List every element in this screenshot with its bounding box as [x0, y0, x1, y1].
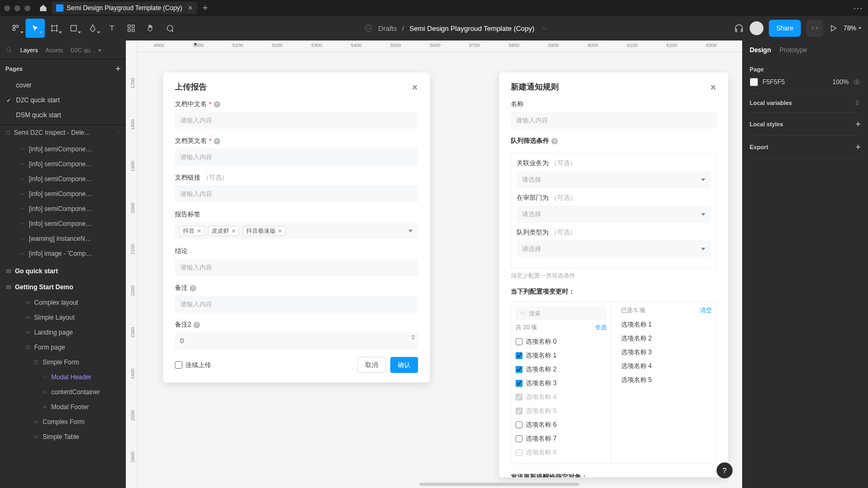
hand-tool[interactable]	[141, 19, 160, 38]
horizontal-scrollbar[interactable]	[419, 483, 579, 486]
filter-select[interactable]: 请选择	[517, 171, 711, 188]
link-input[interactable]: 请输入内容	[175, 185, 418, 202]
layer-row[interactable]: Simple Form	[0, 355, 126, 370]
clear-link[interactable]: 清空	[700, 306, 712, 314]
layer-row[interactable]: Simple Layout	[0, 310, 126, 325]
present-icon[interactable]	[829, 23, 838, 33]
layer-row[interactable]: Complex layout	[0, 295, 126, 310]
tag[interactable]: 抖音 ✕	[179, 226, 205, 236]
page-dropdown[interactable]: D2C qu…	[70, 47, 101, 53]
layer-row[interactable]: [info] image - 'Comp…	[0, 246, 126, 261]
assets-tab[interactable]: Assets	[45, 47, 63, 53]
canvas[interactable]: 1700180019002000210022002300240025002600…	[126, 40, 742, 488]
home-icon[interactable]	[37, 2, 50, 14]
tag[interactable]: 抖音极速版 ✕	[243, 226, 286, 236]
figma-menu[interactable]	[6, 19, 26, 38]
transfer-selected-item[interactable]: 选项名称 2	[621, 331, 712, 345]
pen-tool[interactable]	[83, 19, 102, 38]
layer-row[interactable]: Form page	[0, 340, 126, 355]
en-name-input[interactable]: 请输入内容	[175, 149, 418, 166]
overflow-menu-icon[interactable]: ⋯	[853, 2, 864, 14]
transfer-search[interactable]: 搜索	[516, 306, 607, 320]
help-icon[interactable]: ?	[190, 285, 196, 291]
transfer-item[interactable]: 选项名称 3	[516, 376, 607, 390]
page-item[interactable]: D2C qucik start	[0, 93, 126, 108]
layer-row[interactable]: contentContainer	[0, 385, 126, 400]
inspect-frame[interactable]: Semi D2C Inspect - Dele…	[14, 129, 91, 136]
share-button[interactable]: Share	[769, 20, 801, 37]
cn-name-input[interactable]: 请输入内容	[175, 112, 418, 129]
remove-tag-icon[interactable]: ✕	[231, 228, 236, 234]
page-fill-swatch[interactable]	[750, 78, 758, 86]
layer-row[interactable]: [info] semiCompone…	[0, 186, 126, 201]
move-tool[interactable]	[26, 19, 45, 38]
continuous-checkbox[interactable]: 连续上传	[175, 361, 211, 370]
go-quick-section[interactable]: Go quick start	[0, 263, 126, 279]
remark-input[interactable]: 请输入内容	[175, 296, 418, 313]
close-icon[interactable]: ✕	[710, 83, 717, 92]
close-icon[interactable]: ✕	[188, 4, 193, 12]
layer-row[interactable]: [info] semiCompone…	[0, 142, 126, 157]
layer-row[interactable]: [info] semiCompone…	[0, 172, 126, 186]
layer-row[interactable]: Simple Table	[0, 429, 126, 444]
add-style-button[interactable]: +	[856, 119, 861, 129]
avatar[interactable]	[750, 21, 763, 35]
transfer-selected-item[interactable]: 选项名称 1	[621, 318, 712, 331]
help-fab[interactable]: ?	[717, 462, 733, 478]
new-tab-button[interactable]: +	[203, 3, 208, 14]
document-tab[interactable]: Semi Design Playgroud Template (Copy) ✕	[52, 2, 197, 14]
min-dot[interactable]	[14, 5, 20, 11]
layer-row[interactable]: Modal Footer	[0, 400, 126, 414]
layer-row[interactable]: Modal Header	[0, 370, 126, 385]
select-all-link[interactable]: 全选	[595, 323, 607, 331]
filter-select[interactable]: 请选择	[517, 240, 711, 257]
transfer-item[interactable]: 选项名称 2	[516, 362, 607, 376]
layer-row[interactable]: [warning] instanceN…	[0, 231, 126, 246]
add-export-button[interactable]: +	[856, 142, 861, 152]
page-item[interactable]: DSM qucik start	[0, 108, 126, 123]
close-icon[interactable]: ✕	[412, 83, 418, 92]
layer-row[interactable]: [info] semiCompone…	[0, 201, 126, 216]
page-fill-pct[interactable]: 100%	[832, 78, 849, 86]
transfer-item[interactable]: 选项名称 6	[516, 418, 607, 432]
max-dot[interactable]	[25, 5, 30, 11]
zoom-level[interactable]: 78%	[843, 25, 862, 32]
layer-row[interactable]: [info] semiCompone…	[0, 157, 126, 172]
comment-tool[interactable]	[160, 19, 179, 38]
transfer-selected-item[interactable]: 选项名称 5	[621, 373, 712, 387]
page-fill-hex[interactable]: F5F5F5	[762, 78, 785, 86]
add-page-button[interactable]: +	[116, 64, 120, 74]
layer-row[interactable]: Complex Form	[0, 414, 126, 429]
eye-icon[interactable]	[853, 78, 861, 86]
headphones-icon[interactable]	[734, 23, 744, 34]
devmode-toggle[interactable]	[806, 20, 823, 37]
transfer-selected-item[interactable]: 选项名称 3	[621, 345, 712, 359]
drafts-link[interactable]: Drafts	[379, 25, 397, 32]
text-tool[interactable]	[102, 19, 122, 38]
settings-icon[interactable]	[854, 100, 861, 106]
chevron-down-icon[interactable]	[540, 23, 549, 33]
tags-select[interactable]: 抖音 ✕皮皮虾 ✕抖音极速版 ✕	[175, 222, 418, 239]
page-item[interactable]: cover	[0, 78, 126, 93]
cancel-button[interactable]: 取消	[357, 357, 386, 373]
doc-name[interactable]: Semi Design Playgroud Template (Copy)	[409, 25, 535, 32]
transfer-item[interactable]: 选项名称 7	[516, 432, 607, 445]
layer-row[interactable]: [info] semiCompone…	[0, 216, 126, 231]
help-icon[interactable]: ?	[214, 101, 220, 108]
shape-tool[interactable]	[64, 19, 83, 38]
confirm-button[interactable]: 确认	[390, 357, 418, 373]
remark2-number-input[interactable]: 0	[175, 332, 418, 349]
close-dot[interactable]	[4, 5, 10, 11]
getting-start-section[interactable]: Getting Start Demo	[0, 279, 126, 295]
layers-tab[interactable]: Layers	[20, 47, 38, 53]
help-icon[interactable]: ?	[214, 138, 220, 144]
transfer-item[interactable]: 选项名称 1	[516, 348, 607, 362]
prototype-tab[interactable]: Prototype	[779, 46, 807, 54]
frame-tool[interactable]	[45, 19, 64, 38]
help-icon[interactable]: ?	[551, 138, 558, 144]
transfer-item[interactable]: 选项名称 0	[516, 335, 607, 348]
design-tab[interactable]: Design	[750, 46, 771, 54]
help-icon[interactable]: ?	[194, 322, 200, 328]
remove-tag-icon[interactable]: ✕	[197, 228, 201, 234]
filter-select[interactable]: 请选择	[517, 206, 711, 223]
